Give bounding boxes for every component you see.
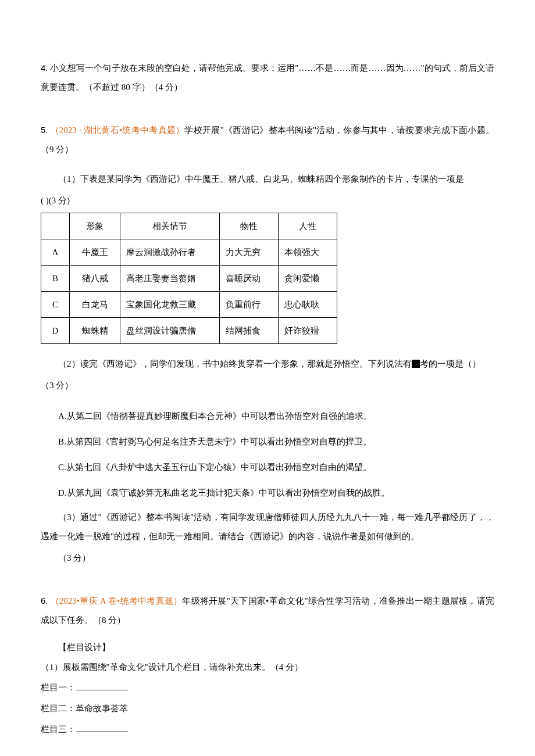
cell-humanity: 忠心耿耿 xyxy=(279,292,337,318)
cell-opt: D xyxy=(41,318,70,344)
cell-image: 白龙马 xyxy=(70,292,120,318)
cell-property: 力大无穷 xyxy=(220,239,279,266)
q6-source: （2023•重庆 A 卷•统考中考真题） xyxy=(51,596,183,605)
fill-blank[interactable] xyxy=(76,681,128,690)
cell-plot: 摩云洞激战孙行者 xyxy=(120,239,220,266)
table-row: C 白龙马 宝象国化龙救三藏 负重前行 忠心耿耿 xyxy=(41,292,337,318)
cell-humanity: 奸诈狡猾 xyxy=(279,318,337,344)
question-6: 6. （2023•重庆 A 卷•统考中考真题）年级将开展"天下国家•革命文化"综… xyxy=(41,591,494,736)
q6-column-2: 栏目二：革命故事荟萃 xyxy=(41,701,494,715)
q6-heading: 【栏目设计】 xyxy=(41,640,494,654)
q5-option-d: D.从第九回《袁守诚妙算无私曲老龙王拙计犯天条》中可以看出孙悟空对自我的战胜。 xyxy=(41,482,494,503)
q5-sub1-a: （1）下表是某同学为《西游记》中牛魔王、猪八戒、白龙马、蜘蛛精四个形象制作的卡片… xyxy=(41,170,494,189)
q5-number: 5. xyxy=(41,125,48,135)
cell-image: 蜘蛛精 xyxy=(70,318,120,344)
th-plot: 相关情节 xyxy=(120,213,220,239)
table-row: D 蜘蛛精 盘丝洞设计骗唐僧 结网捕食 奸诈狡猾 xyxy=(41,318,337,344)
q5-sub2-a: （2）读完《西游记》，同学们发现，书中始终贯穿着一个形象，那就是孙悟空。下列说法… xyxy=(58,359,412,368)
th-property: 物性 xyxy=(220,213,279,239)
cell-image: 猪八戒 xyxy=(70,266,120,292)
th-opt xyxy=(41,213,70,239)
q5-sub2-line: （2）读完《西游记》，同学们发现，书中始终贯穿着一个形象，那就是孙悟空。下列说法… xyxy=(41,354,494,374)
q4-number: 4. xyxy=(41,63,48,73)
q5-sub2-b: 考的一项是（） xyxy=(420,359,481,368)
cell-image: 牛魔王 xyxy=(70,239,120,266)
q6-col2-label: 栏目二： xyxy=(41,704,76,713)
cell-plot: 高老庄娶妻当赘婿 xyxy=(120,266,220,292)
table-header-row: 形象 相关情节 物性 人性 xyxy=(41,213,337,239)
q5-source: （2023 · 湖北黄石•统考中考真题） xyxy=(51,126,185,135)
q5-sub3-a: （3）通过"《西游记》整本书阅读"活动，有同学发现唐僧师徒四人历经九九八十一难，… xyxy=(41,508,494,546)
q6-col3-label: 栏目三： xyxy=(41,725,76,734)
fill-blank[interactable] xyxy=(76,723,128,732)
q5-option-a: A.从第二回《悟彻菩提真妙理断魔归本合元神》中可以看出孙悟空对自强的追求。 xyxy=(41,406,494,427)
q6-sub1: （1）展板需围绕"革命文化"设计几个栏目，请你补充出来。（4 分） xyxy=(41,658,494,677)
q6-col2-value: 革命故事荟萃 xyxy=(76,704,128,713)
cell-opt: B xyxy=(41,266,70,292)
table-row: B 猪八戒 高老庄娶妻当赘婿 喜睡厌动 贪闲爱懒 xyxy=(41,266,337,292)
q5-intro-line: 5. （2023 · 湖北黄石•统考中考真题）学校开展"《西游记》整本书阅读"活… xyxy=(41,120,494,159)
q4-text: 4. 小文想写一个句子放在末段的空白处，请帮他完成。要求：运用"……不是……而是… xyxy=(41,58,494,97)
q5-sub2-points: （3 分） xyxy=(41,376,494,395)
th-image: 形象 xyxy=(70,213,120,239)
q4-body: 小文想写一个句子放在末段的空白处，请帮他完成。要求：运用"……不是……而是……因… xyxy=(41,63,494,92)
question-5: 5. （2023 · 湖北黄石•统考中考真题）学校开展"《西游记》整本书阅读"活… xyxy=(41,120,494,568)
q6-col1-label: 栏目一： xyxy=(41,683,76,692)
question-4: 4. 小文想写一个句子放在末段的空白处，请帮他完成。要求：运用"……不是……而是… xyxy=(41,58,494,97)
cell-property: 喜睡厌动 xyxy=(220,266,279,292)
table-row: A 牛魔王 摩云洞激战孙行者 力大无穷 本领强大 xyxy=(41,239,337,266)
cell-property: 结网捕食 xyxy=(220,318,279,344)
q6-column-3: 栏目三： xyxy=(41,722,494,736)
q5-option-b: B.从第四回《官封弼马心何足名注齐天意未宁》中可以看出孙悟空对自尊的捍卫。 xyxy=(41,431,494,452)
cell-plot: 宝象国化龙救三藏 xyxy=(120,292,220,318)
q6-column-1: 栏目一： xyxy=(41,680,494,694)
cell-humanity: 贪闲爱懒 xyxy=(279,266,337,292)
th-humanity: 人性 xyxy=(279,213,337,239)
q6-intro-line: 6. （2023•重庆 A 卷•统考中考真题）年级将开展"天下国家•革命文化"综… xyxy=(41,591,494,630)
q5-sub1-b: ( )(3 分) xyxy=(41,191,494,210)
q5-option-c: C.从第七回《八卦炉中逃大圣五行山下定心猿》中可以看出孙悟空对自由的渴望。 xyxy=(41,457,494,478)
cell-opt: C xyxy=(41,292,70,318)
cell-humanity: 本领强大 xyxy=(279,239,337,266)
q5-sub3-points: （3 分） xyxy=(41,549,494,568)
cell-property: 负重前行 xyxy=(220,292,279,318)
cell-opt: A xyxy=(41,239,70,266)
cell-plot: 盘丝洞设计骗唐僧 xyxy=(120,318,220,344)
q5-table: 形象 相关情节 物性 人性 A 牛魔王 摩云洞激战孙行者 力大无穷 本领强大 B… xyxy=(41,213,337,344)
redaction-box-icon xyxy=(412,360,420,368)
q6-number: 6. xyxy=(41,596,48,605)
